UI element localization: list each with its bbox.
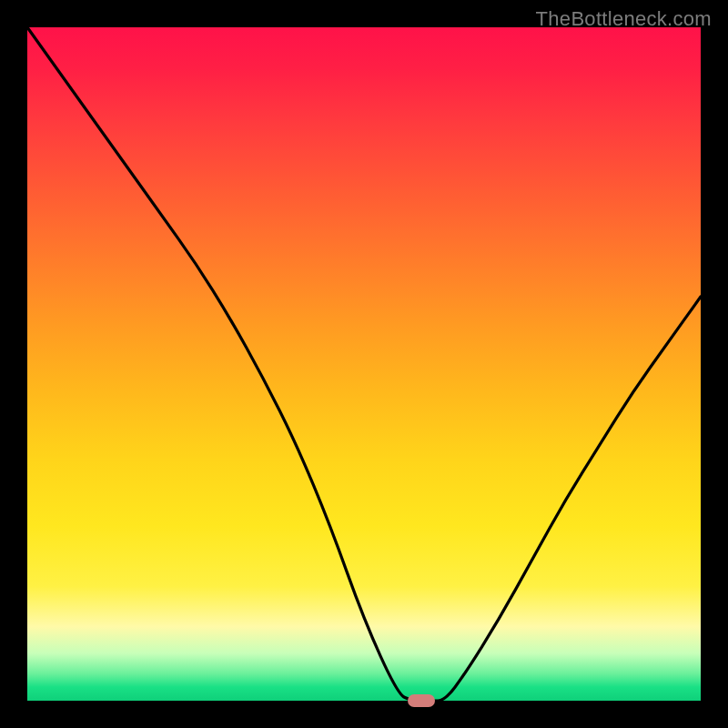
optimum-marker <box>408 694 435 708</box>
bottleneck-curve <box>27 27 701 701</box>
chart-frame: TheBottleneck.com <box>0 0 728 728</box>
plot-area <box>27 27 701 701</box>
